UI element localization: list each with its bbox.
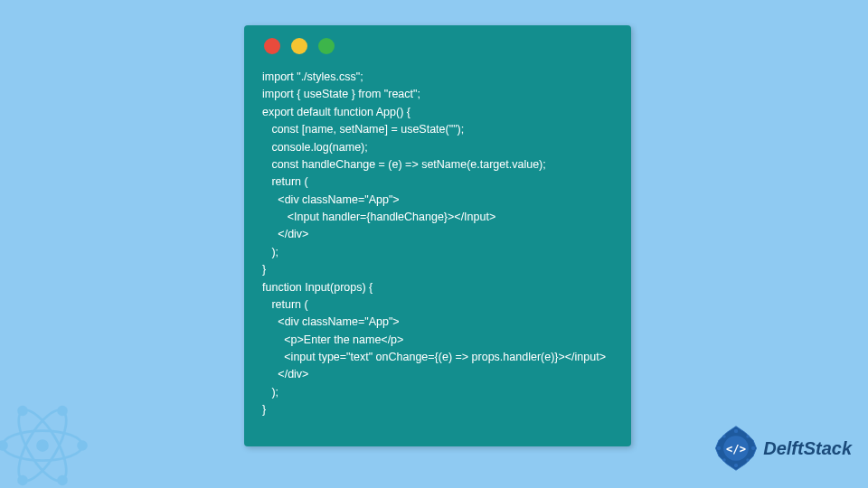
svg-point-18 [746, 435, 749, 437]
svg-point-13 [734, 429, 738, 433]
svg-point-6 [59, 407, 67, 415]
close-traffic-light [264, 38, 280, 54]
svg-point-4 [79, 442, 87, 450]
code-block: import "./styles.css"; import { useState… [244, 61, 631, 430]
svg-point-20 [746, 458, 749, 461]
brand-logo: </> DelftStack [712, 425, 852, 472]
svg-point-17 [722, 435, 725, 437]
svg-point-7 [19, 476, 27, 484]
svg-point-3 [38, 441, 48, 451]
svg-point-5 [0, 442, 6, 450]
maximize-traffic-light [318, 38, 335, 54]
svg-point-14 [734, 464, 738, 467]
traffic-lights [244, 25, 631, 61]
brand-badge-icon: </> [712, 425, 760, 472]
svg-text:</>: </> [726, 443, 746, 455]
brand-name: DelftStack [763, 438, 852, 459]
svg-point-9 [59, 476, 67, 484]
svg-point-19 [722, 458, 725, 461]
minimize-traffic-light [291, 38, 307, 54]
svg-point-15 [717, 446, 721, 450]
svg-point-8 [19, 407, 27, 415]
svg-point-16 [751, 446, 755, 450]
atom-decoration-icon [0, 396, 92, 488]
code-window: import "./styles.css"; import { useState… [244, 25, 631, 446]
